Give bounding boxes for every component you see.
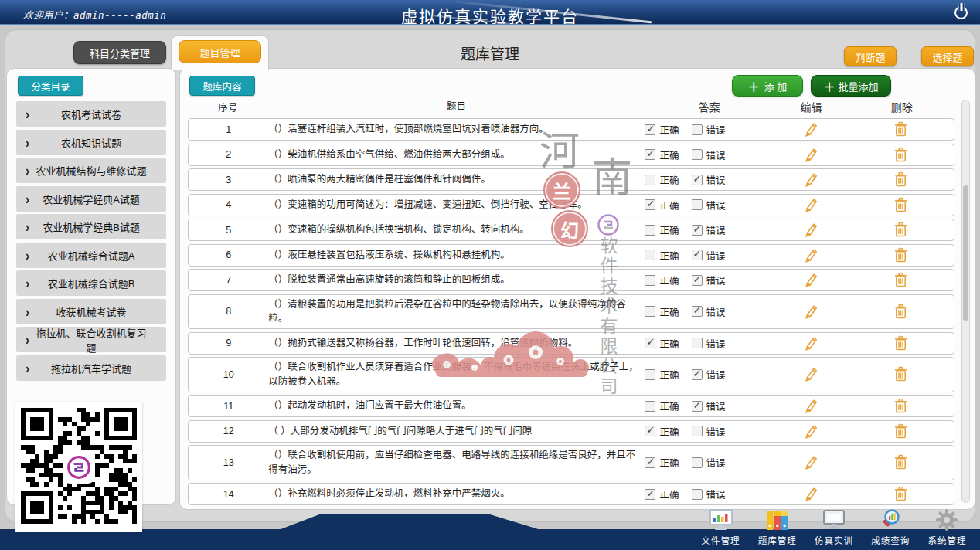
wrong-checkbox[interactable]	[692, 199, 703, 210]
answer-wrong-option[interactable]: 错误	[692, 367, 726, 382]
correct-checkbox[interactable]	[645, 457, 655, 468]
delete-trash-icon[interactable]	[893, 171, 908, 188]
edit-pencil-icon[interactable]	[802, 486, 818, 502]
delete-trash-icon[interactable]	[893, 247, 908, 263]
edit-pencil-icon[interactable]	[802, 398, 818, 414]
edit-pencil-icon[interactable]	[802, 222, 818, 238]
sidebar-item[interactable]: › 农业机械结构与维修试题	[16, 158, 166, 183]
answer-wrong-option[interactable]: 错误	[692, 122, 726, 137]
correct-checkbox[interactable]	[645, 124, 655, 135]
edit-pencil-icon[interactable]	[802, 147, 818, 163]
wrong-checkbox[interactable]	[692, 124, 703, 135]
wrong-checkbox[interactable]	[692, 250, 703, 260]
dock-item-question-bank[interactable]: 题库管理	[749, 506, 805, 549]
correct-checkbox[interactable]	[645, 275, 655, 286]
answer-correct-option[interactable]: 正确	[645, 273, 679, 287]
delete-trash-icon[interactable]	[893, 304, 908, 320]
answer-correct-option[interactable]: 正确	[645, 304, 679, 319]
tab-subject-manage[interactable]: 科目分类管理	[73, 41, 166, 64]
edit-pencil-icon[interactable]	[802, 272, 818, 288]
answer-wrong-option[interactable]: 错误	[692, 198, 726, 212]
judge-question-button[interactable]: 判断题	[844, 46, 897, 66]
sidebar-item[interactable]: › 农业机械综合试题B	[16, 270, 166, 296]
answer-correct-option[interactable]: 正确	[645, 198, 679, 212]
correct-checkbox[interactable]	[645, 199, 655, 210]
dock-item-score-query[interactable]: 成绩查询	[863, 506, 919, 549]
answer-wrong-option[interactable]: 错误	[692, 424, 726, 439]
sidebar-item[interactable]: › 拖拉机、联合收割机复习题	[16, 327, 166, 352]
edit-pencil-icon[interactable]	[802, 454, 818, 470]
correct-checkbox[interactable]	[645, 306, 655, 317]
delete-trash-icon[interactable]	[893, 272, 908, 288]
edit-pencil-icon[interactable]	[802, 335, 818, 351]
sidebar-item[interactable]: › 拖拉机汽车学试题	[16, 355, 166, 381]
batch-add-button[interactable]: ＋ 批量添加	[811, 75, 891, 97]
delete-trash-icon[interactable]	[893, 398, 908, 414]
delete-trash-icon[interactable]	[893, 335, 908, 351]
answer-wrong-option[interactable]: 错误	[692, 222, 726, 237]
edit-pencil-icon[interactable]	[802, 366, 818, 382]
answer-wrong-option[interactable]: 错误	[692, 273, 726, 287]
sidebar-item[interactable]: › 农业机械学经典A试题	[16, 186, 166, 212]
sidebar-item[interactable]: › 农业机械综合试题A	[16, 243, 166, 268]
answer-wrong-option[interactable]: 错误	[692, 487, 726, 501]
edit-pencil-icon[interactable]	[802, 121, 818, 138]
dock-item-file-manage[interactable]: 文件管理	[692, 506, 749, 549]
sidebar-item[interactable]: › 农业机械学经典B试题	[16, 214, 166, 239]
power-icon[interactable]	[954, 6, 968, 19]
add-button[interactable]: ＋ 添 加	[732, 75, 803, 97]
answer-correct-option[interactable]: 正确	[645, 367, 679, 382]
wrong-checkbox[interactable]	[692, 426, 703, 436]
answer-correct-option[interactable]: 正确	[645, 455, 679, 470]
answer-correct-option[interactable]: 正确	[645, 424, 679, 439]
wrong-checkbox[interactable]	[692, 149, 703, 160]
answer-wrong-option[interactable]: 错误	[692, 148, 726, 162]
correct-checkbox[interactable]	[645, 225, 655, 236]
answer-wrong-option[interactable]: 错误	[692, 336, 726, 351]
delete-trash-icon[interactable]	[893, 222, 908, 238]
sidebar-item[interactable]: › 农机考试试卷	[16, 101, 166, 127]
dock-item-system-manage[interactable]: 系统管理	[919, 506, 975, 549]
edit-pencil-icon[interactable]	[802, 304, 818, 320]
answer-wrong-option[interactable]: 错误	[692, 304, 726, 319]
wrong-checkbox[interactable]	[692, 489, 703, 500]
delete-trash-icon[interactable]	[893, 486, 908, 502]
wrong-checkbox[interactable]	[692, 175, 703, 185]
bank-content-button[interactable]: 题库内容	[189, 76, 255, 96]
correct-checkbox[interactable]	[645, 426, 655, 436]
answer-correct-option[interactable]: 正确	[645, 487, 679, 501]
correct-checkbox[interactable]	[645, 369, 655, 380]
wrong-checkbox[interactable]	[692, 306, 703, 317]
correct-checkbox[interactable]	[645, 175, 655, 185]
dock-item-simulation[interactable]: 仿真实训	[805, 506, 862, 549]
correct-checkbox[interactable]	[645, 149, 655, 160]
answer-wrong-option[interactable]: 错误	[692, 455, 726, 470]
answer-correct-option[interactable]: 正确	[645, 148, 679, 162]
correct-checkbox[interactable]	[645, 250, 655, 260]
scrollbar-thumb[interactable]	[963, 185, 968, 321]
edit-pencil-icon[interactable]	[802, 247, 818, 263]
wrong-checkbox[interactable]	[692, 369, 703, 380]
correct-checkbox[interactable]	[645, 401, 655, 412]
answer-correct-option[interactable]: 正确	[645, 222, 679, 237]
wrong-checkbox[interactable]	[692, 457, 703, 468]
tab-question-manage[interactable]: 题目管理	[179, 40, 261, 63]
edit-pencil-icon[interactable]	[802, 423, 818, 440]
wrong-checkbox[interactable]	[692, 338, 703, 348]
answer-correct-option[interactable]: 正确	[645, 399, 679, 413]
category-directory-button[interactable]: 分类目录	[18, 76, 83, 96]
edit-pencil-icon[interactable]	[802, 171, 818, 188]
answer-wrong-option[interactable]: 错误	[692, 248, 726, 263]
answer-correct-option[interactable]: 正确	[645, 122, 679, 137]
answer-wrong-option[interactable]: 错误	[692, 399, 726, 413]
delete-trash-icon[interactable]	[893, 121, 908, 138]
answer-correct-option[interactable]: 正确	[645, 248, 679, 263]
delete-trash-icon[interactable]	[893, 454, 908, 470]
answer-correct-option[interactable]: 正确	[645, 172, 679, 187]
sidebar-item[interactable]: › 收获机械考试卷	[16, 299, 166, 324]
sidebar-item[interactable]: › 农机知识试题	[16, 130, 166, 155]
delete-trash-icon[interactable]	[893, 147, 908, 163]
answer-wrong-option[interactable]: 错误	[692, 172, 726, 187]
wrong-checkbox[interactable]	[692, 225, 703, 236]
delete-trash-icon[interactable]	[893, 197, 908, 213]
